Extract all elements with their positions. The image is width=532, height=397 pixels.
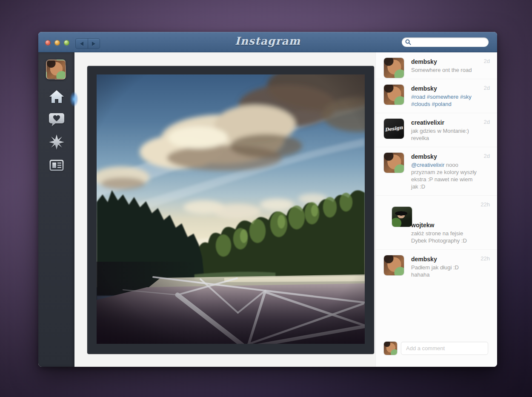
comment-timestamp: 2d [484, 58, 490, 64]
comment-username[interactable]: dembsky [411, 58, 478, 66]
comment-timestamp: 2d [484, 119, 490, 125]
comment-item: 2d dembsky Somewhere ont the road [376, 52, 497, 79]
avatar[interactable] [384, 255, 404, 275]
comment-username[interactable]: dembsky [411, 85, 478, 92]
sidebar-item-explore[interactable] [38, 134, 74, 152]
add-comment-bar [376, 342, 497, 367]
comment-username[interactable]: dembsky [411, 255, 478, 263]
instagram-app-window: Instagram [38, 32, 497, 367]
profile-avatar[interactable] [46, 60, 66, 80]
mention-link[interactable]: @creativelixir [411, 162, 444, 168]
sidebar [38, 52, 74, 367]
starburst-icon [49, 134, 65, 150]
comment-text: Padłem jak długi :D hahaha [411, 264, 478, 278]
titlebar: Instagram [38, 32, 497, 52]
heart-bubble-icon [49, 111, 65, 128]
avatar[interactable] [384, 153, 404, 173]
avatar[interactable] [392, 207, 412, 227]
comment-text: #road #somewhere #sky #clouds #poland [411, 93, 478, 108]
comment-item: Design 2d creativelixir jak gdzies w Mon… [376, 113, 497, 147]
comment-timestamp: 22h [481, 201, 490, 208]
comment-timestamp: 2d [484, 153, 490, 159]
comment-item: 22h wojtekw załóż strone na fejsie Dybek… [376, 195, 497, 249]
sidebar-item-activity[interactable] [38, 111, 74, 129]
comment-text: jak gdzies w Montanie:) revelka [411, 127, 478, 142]
comments-panel: 2d dembsky Somewhere ont the road 2d dem… [375, 52, 497, 367]
hashtag-links[interactable]: #road #somewhere #sky #clouds #poland [411, 94, 472, 107]
search-box[interactable] [402, 37, 489, 47]
avatar[interactable] [384, 58, 404, 78]
comment-text: @creativelixir nooo przyznam ze kolory w… [411, 161, 478, 190]
sidebar-item-home[interactable] [38, 89, 74, 107]
main-content [74, 52, 375, 367]
add-comment-input[interactable] [401, 342, 488, 355]
comment-text: Somewhere ont the road [411, 66, 478, 74]
comment-text: załóż strone na fejsie Dybek Photography… [411, 230, 478, 244]
photo-frame [87, 66, 374, 354]
photo-image [97, 74, 365, 344]
avatar[interactable] [384, 85, 404, 105]
active-tab-indicator [70, 91, 78, 107]
comment-username[interactable]: wojtekw [411, 221, 478, 229]
desktop-background: Instagram [0, 0, 532, 397]
comment-item: 22h dembsky Padłem jak długi :D hahaha [376, 249, 497, 283]
avatar [384, 342, 397, 355]
comment-timestamp: 22h [481, 255, 490, 262]
comment-item: 2d dembsky #road #somewhere #sky #clouds… [376, 79, 497, 113]
comment-item: 2d dembsky @creativelixir nooo przyznam … [376, 147, 497, 195]
comment-username[interactable]: dembsky [411, 153, 478, 160]
search-icon [405, 39, 411, 45]
news-feed-icon [49, 157, 65, 173]
comment-username[interactable]: creativelixir [411, 119, 478, 126]
search-input[interactable] [413, 39, 485, 46]
comment-timestamp: 2d [484, 85, 490, 91]
home-icon [49, 89, 65, 105]
sidebar-item-news-feed[interactable] [38, 157, 74, 175]
avatar[interactable]: Design [384, 119, 404, 139]
